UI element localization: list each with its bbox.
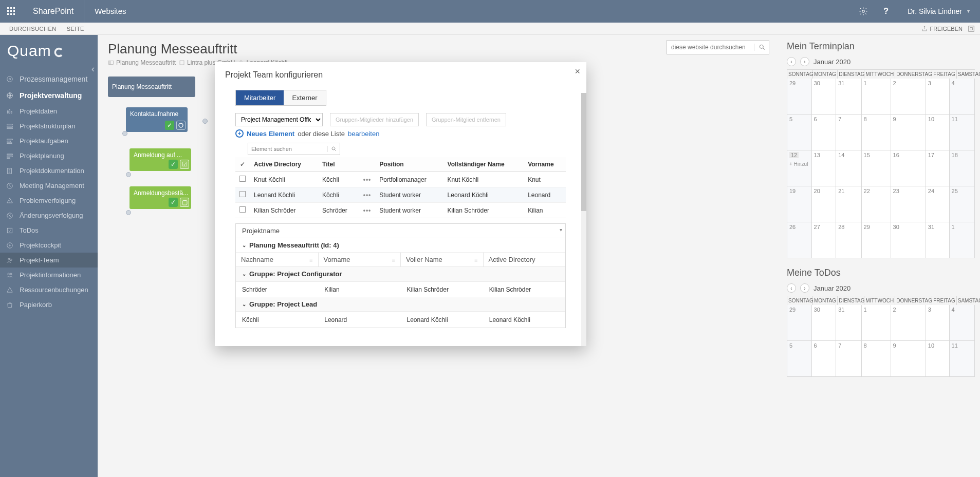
row-checkbox[interactable] [239,176,246,182]
row-checkbox[interactable] [239,206,246,213]
table-header[interactable]: Position [375,157,443,172]
svg-point-42 [332,147,335,150]
close-icon[interactable]: × [575,66,580,77]
tab-externer[interactable]: Externer [284,90,325,105]
select-all-checkbox[interactable]: ✓ [235,157,250,172]
scrollbar-thumb[interactable] [581,93,586,211]
table-header[interactable]: Vollständiger Name [443,157,524,172]
sub-col[interactable]: Active Directory [484,253,566,266]
modal-title: Projekt Team konfigurieren [215,62,586,85]
table-row[interactable]: Knut KöchliKöchli•••PortfoliomanagerKnut… [235,172,566,187]
table-row[interactable]: Kilian SchröderSchröder•••Student worker… [235,203,566,218]
subgroup-row[interactable]: ⌄ Gruppe: Project Lead [236,297,565,312]
filter-icon[interactable]: ≡ [309,257,312,263]
chevron-down-icon: ⌄ [242,242,246,248]
project-panel: Projektname ▾ ⌄ Planung Messeauftritt (I… [235,223,566,328]
more-icon[interactable]: ••• [363,207,372,214]
panel-header[interactable]: Projektname ▾ [236,224,565,238]
search-icon[interactable] [327,146,340,152]
tab-mitarbeiter[interactable]: Mitarbeiter [236,90,284,105]
chevron-down-icon: ⌄ [242,301,246,307]
group-select[interactable]: Project Management Office [235,113,323,126]
table-row[interactable]: Schröder Kilian Kilian Schröder Kilian S… [236,282,565,298]
add-members-button[interactable]: Gruppen-Mitglieder hinzufügen [330,113,419,126]
table-header[interactable]: Titel [318,157,359,172]
new-element-text: oder diese Liste [298,130,345,138]
table-row[interactable]: Köchli Leonard Leonard Köchli Leonard Kö… [236,312,565,328]
new-element-link[interactable]: Neues Element [247,130,294,138]
table-header[interactable]: Active Directory [250,157,318,172]
subgroup-table: Schröder Kilian Kilian Schröder Kilian S… [236,281,565,297]
people-table: ✓ Active Directory Titel Position Vollst… [235,157,566,218]
group-row[interactable]: ⌄ Planung Messeauftritt (Id: 4) [236,238,565,253]
sub-columns: Nachname≡ Vorname≡ Voller Name≡ Active D… [236,253,565,267]
subgroup-table: Köchli Leonard Leonard Köchli Leonard Kö… [236,312,565,328]
chevron-down-icon: ⌄ [242,271,246,277]
table-header[interactable]: Vorname [524,157,566,172]
modal-tabs: Mitarbeiter Externer [235,90,326,106]
subgroup-row[interactable]: ⌄ Gruppe: Project Configurator [236,267,565,281]
plus-icon[interactable]: + [235,129,244,138]
more-icon[interactable]: ••• [363,192,372,199]
chevron-down-icon[interactable]: ▾ [560,227,562,233]
sub-col[interactable]: Vorname≡ [319,253,401,266]
element-search[interactable] [248,143,340,155]
scrollbar-track[interactable] [581,93,586,346]
remove-member-button[interactable]: Gruppen-Mitglied entfernen [426,113,506,126]
table-row[interactable]: Leonard KöchliKöchli•••Student workerLeo… [235,187,566,203]
filter-icon[interactable]: ≡ [392,257,395,263]
filter-icon[interactable]: ≡ [474,257,477,263]
element-search-input[interactable] [248,146,327,152]
more-icon[interactable]: ••• [363,176,372,183]
edit-list-link[interactable]: bearbeiten [348,130,379,138]
modal: × Projekt Team konfigurieren Mitarbeiter… [215,62,586,346]
sub-col[interactable]: Nachname≡ [236,253,319,266]
row-checkbox[interactable] [239,191,246,197]
modal-overlay: × Projekt Team konfigurieren Mitarbeiter… [0,0,980,477]
sub-col[interactable]: Voller Name≡ [401,253,484,266]
table-header-actions [359,157,376,172]
